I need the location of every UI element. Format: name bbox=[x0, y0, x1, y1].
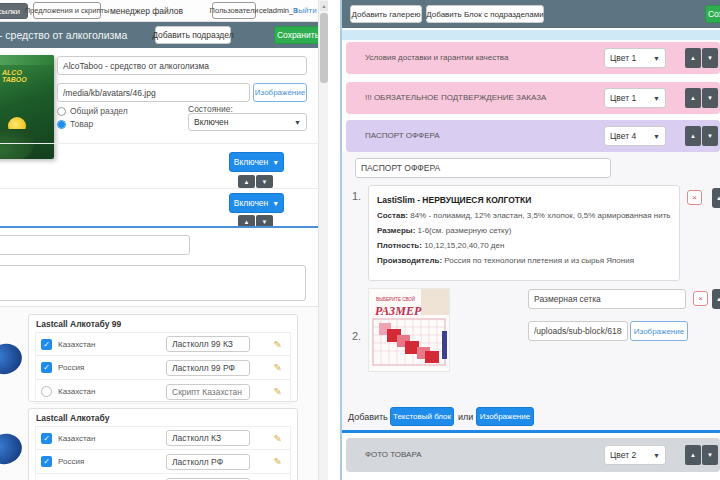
script-name-input[interactable] bbox=[166, 360, 250, 376]
scroll-up-icon[interactable]: ▲ bbox=[320, 1, 328, 11]
add-text-block-button[interactable]: Текстовый блок bbox=[390, 407, 454, 426]
chevron-down-icon: ▼ bbox=[653, 55, 660, 62]
script-name-input[interactable] bbox=[166, 430, 250, 446]
delete-item-button[interactable]: × bbox=[693, 291, 708, 306]
passport-item-1: LastiSlim - НЕРВУЩИЕСЯ КОЛГОТКИ Состав: … bbox=[368, 185, 680, 281]
move-down-button[interactable]: ▼ bbox=[702, 48, 718, 68]
move-up-button[interactable]: ▲ bbox=[712, 289, 720, 309]
color-select[interactable]: Цвет 4▼ bbox=[604, 126, 666, 146]
state-select[interactable]: Включен ▼ bbox=[188, 113, 307, 131]
script-row: ✓ Россия ✎ bbox=[35, 356, 291, 380]
script-name-input[interactable] bbox=[166, 454, 250, 470]
divider bbox=[342, 430, 720, 433]
radio-general-icon[interactable] bbox=[57, 107, 66, 116]
checkbox-checked-icon[interactable]: ✓ bbox=[41, 433, 52, 444]
offers-scripts-button[interactable]: Предложения и скрипты bbox=[33, 2, 101, 19]
divider bbox=[0, 226, 318, 228]
script-row bbox=[35, 474, 291, 480]
chevron-down-icon: ▼ bbox=[653, 95, 660, 102]
color-select[interactable]: Цвет 2▼ bbox=[604, 445, 666, 465]
subblock-row: Включен▼ ▲ ▼ bbox=[0, 188, 318, 226]
checkbox-checked-icon[interactable]: ✓ bbox=[41, 362, 52, 373]
section-title: ФОТО ТОВАРА bbox=[365, 450, 422, 459]
pencil-icon[interactable]: ✎ bbox=[274, 362, 282, 373]
checkbox-unchecked-icon[interactable] bbox=[41, 386, 52, 397]
group-card-2: Lastcall Алкотабу ✓ Казахстан ✎ ✓ Россия… bbox=[28, 408, 298, 480]
svg-text:ВЫБЕРИТЕ СВОЙ: ВЫБЕРИТЕ СВОЙ bbox=[376, 295, 415, 302]
radio-general-section[interactable]: Общий раздел bbox=[57, 106, 128, 116]
checkbox-checked-icon[interactable]: ✓ bbox=[41, 339, 52, 350]
item-number: 2. bbox=[352, 330, 361, 342]
add-block-with-subsections-button[interactable]: Добавить Блок с подразделами bbox=[426, 5, 544, 23]
users-button[interactable]: Пользователи bbox=[212, 2, 256, 19]
section-row-order-confirm[interactable]: !!! ОБЯЗАТЕЛЬНОЕ ПОДТВЕРЖДЕНИЕ ЗАКАЗА Цв… bbox=[346, 82, 720, 114]
add-gallery-button[interactable]: Добавить галерею bbox=[350, 5, 422, 23]
delete-item-button[interactable]: × bbox=[687, 190, 702, 205]
script-row: ✓ Казахстан ✎ bbox=[35, 426, 291, 450]
move-down-button[interactable]: ▼ bbox=[702, 88, 718, 108]
add-image-button[interactable]: Изображение bbox=[476, 407, 534, 426]
section-row-delivery[interactable]: Условия доставки и гарантии качества Цве… bbox=[346, 42, 720, 74]
passport-title-input[interactable] bbox=[355, 158, 611, 178]
left-pane-header: AlcoTaboo - средство от алкоголизма Доба… bbox=[0, 22, 328, 48]
script-name-input[interactable] bbox=[166, 384, 250, 400]
pencil-icon[interactable]: ✎ bbox=[274, 386, 282, 397]
subblock-row: Включен▼ ▲ ▼ bbox=[0, 143, 318, 188]
save-button-right[interactable]: Сохранить bbox=[705, 5, 720, 23]
offer-name-input[interactable] bbox=[57, 56, 307, 75]
chevron-down-icon: ▼ bbox=[272, 200, 279, 207]
scrollbar-thumb[interactable] bbox=[320, 13, 328, 83]
color-select[interactable]: Цвет 1▼ bbox=[604, 48, 666, 68]
screen: Ссылки Предложения и скрипты менеджер фа… bbox=[0, 0, 720, 480]
checkbox-checked-icon[interactable]: ✓ bbox=[41, 456, 52, 467]
enabled-dropdown-2[interactable]: Включен▼ bbox=[229, 193, 284, 213]
move-down-button[interactable]: ▼ bbox=[702, 445, 718, 465]
script-row: ✓ Россия ✎ bbox=[35, 450, 291, 474]
move-up-button[interactable]: ▲ bbox=[685, 88, 701, 108]
section-title: ПАСПОРТ ОФФЕРА bbox=[365, 131, 440, 140]
group-card-1: Lastcall Алкотабу 99 ✓ Казахстан ✎ ✓ Рос… bbox=[28, 314, 298, 402]
clipped-input-1[interactable] bbox=[0, 235, 190, 255]
item-line: Плотность: 10,12,15,20,40,70 ден bbox=[377, 241, 671, 251]
enabled-dropdown-1[interactable]: Включен▼ bbox=[229, 152, 284, 172]
file-manager-link[interactable]: менеджер файлов bbox=[110, 6, 183, 16]
item-line: Размеры: 1-6(см. размерную сетку) bbox=[377, 226, 671, 236]
move-up-button[interactable]: ▲ bbox=[685, 126, 701, 146]
script-name-input[interactable] bbox=[166, 336, 250, 352]
subblock-image-path-input[interactable] bbox=[528, 321, 628, 341]
pencil-icon[interactable]: ✎ bbox=[274, 433, 282, 444]
section-row-photo[interactable]: ФОТО ТОВАРА Цвет 2▼ ▲ ▼ bbox=[346, 438, 720, 472]
image-button-right[interactable]: Изображение bbox=[630, 321, 688, 341]
section-title: Условия доставки и гарантии качества bbox=[365, 53, 508, 62]
section-row-passport[interactable]: ПАСПОРТ ОФФЕРА Цвет 4▼ ▲ ▼ bbox=[346, 120, 720, 152]
item-number: 1. bbox=[352, 190, 361, 202]
radio-product[interactable]: Товар bbox=[57, 119, 93, 129]
group-title: Lastcall Алкотабу bbox=[36, 413, 109, 423]
color-select[interactable]: Цвет 1▼ bbox=[604, 88, 666, 108]
scrollbar[interactable]: ▲ bbox=[318, 0, 328, 480]
image-button-left[interactable]: Изображение bbox=[253, 83, 307, 102]
save-button-left[interactable]: Сохранить bbox=[274, 26, 322, 44]
pencil-icon[interactable]: ✎ bbox=[274, 456, 282, 467]
size-chart-image: ВЫБЕРИТЕ СВОЙ РАЗМЕР bbox=[368, 288, 450, 372]
move-down-button[interactable]: ▼ bbox=[702, 126, 718, 146]
move-up-button[interactable]: ▲ bbox=[685, 445, 701, 465]
add-subsection-button[interactable]: Добавить подраздел bbox=[155, 26, 231, 44]
or-label: или bbox=[458, 412, 473, 422]
svg-text:РАЗМЕР: РАЗМЕР bbox=[375, 304, 422, 318]
right-pane-header: Добавить галерею Добавить Блок с подразд… bbox=[342, 0, 720, 28]
section-title: !!! ОБЯЗАТЕЛЬНОЕ ПОДТВЕРЖДЕНИЕ ЗАКАЗА bbox=[365, 93, 546, 102]
top-bar: Ссылки Предложения и скрипты менеджер фа… bbox=[0, 0, 328, 22]
move-down-button[interactable]: ▼ bbox=[256, 175, 273, 188]
logout-link[interactable]: Выйти bbox=[293, 6, 317, 15]
caption-input[interactable] bbox=[528, 289, 686, 309]
radio-product-icon[interactable] bbox=[57, 120, 66, 129]
image-path-input[interactable] bbox=[57, 83, 250, 102]
divider-strip bbox=[342, 30, 720, 40]
move-up-button[interactable]: ▲ bbox=[685, 48, 701, 68]
chevron-down-icon: ▼ bbox=[653, 133, 660, 140]
move-up-button[interactable]: ▲ bbox=[238, 175, 255, 188]
move-up-button[interactable]: ▲ bbox=[712, 188, 720, 208]
clipped-input-2[interactable] bbox=[0, 265, 306, 301]
pencil-icon[interactable]: ✎ bbox=[274, 339, 282, 350]
